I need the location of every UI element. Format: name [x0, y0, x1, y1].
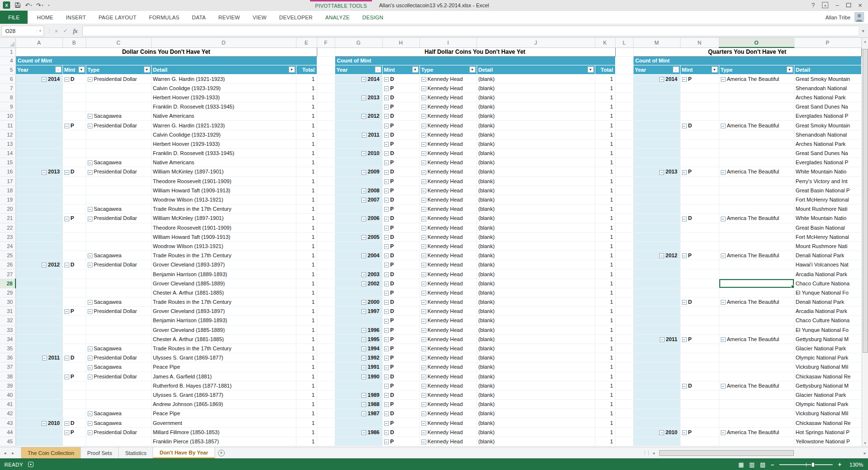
cell-O18[interactable]	[719, 186, 794, 195]
collapse-button[interactable]: −	[384, 244, 389, 249]
cell-I27[interactable]: −Kennedy Head	[419, 269, 477, 279]
cell-I45[interactable]: −Kennedy Head	[419, 437, 477, 446]
cell-J38[interactable]: (blank)	[477, 372, 595, 381]
cell-H9[interactable]: −P	[382, 102, 419, 111]
dollar-total-header[interactable]: Total	[296, 65, 317, 74]
cell-P17[interactable]: Perry's Victory and Int	[794, 176, 861, 186]
cell-O29[interactable]	[719, 288, 794, 297]
cell-P19[interactable]: Fort McHenry National	[794, 195, 861, 204]
cell-O38[interactable]	[719, 372, 794, 381]
cell-D33[interactable]: Grover Cleveland (1885-1889)	[151, 325, 296, 334]
collapse-button[interactable]: −	[88, 411, 93, 416]
cell-C19[interactable]	[86, 195, 151, 204]
half-total-header[interactable]: Total	[595, 65, 615, 74]
cell-D42[interactable]: Peace Pipe	[151, 409, 296, 418]
cell-B18[interactable]	[62, 186, 86, 195]
collapse-button[interactable]: −	[384, 421, 389, 426]
row-header-6[interactable]: 6	[0, 74, 16, 83]
cell-N30[interactable]: −D	[680, 298, 719, 307]
cell-P30[interactable]: Denali National Park	[794, 298, 861, 307]
cell-K33[interactable]: 1	[595, 325, 615, 334]
cell-J28[interactable]: (blank)	[477, 279, 595, 288]
collapse-button[interactable]: −	[88, 170, 93, 175]
cell-M26[interactable]	[633, 260, 680, 269]
close-icon[interactable]: ×	[858, 2, 862, 9]
cell-D32[interactable]: Benjamin Harrison (1889-1893)	[151, 316, 296, 325]
cell-D34[interactable]: Chester A. Arthur (1881-1885)	[151, 334, 296, 344]
cell-K8[interactable]: 1	[595, 93, 615, 102]
collapse-button[interactable]: −	[88, 365, 93, 370]
cell-E34[interactable]: 1	[296, 334, 317, 344]
cell-I25[interactable]: −Kennedy Head	[419, 251, 477, 260]
cell-L30[interactable]	[615, 298, 633, 307]
cell-E12[interactable]: 1	[296, 130, 317, 139]
cell-D41[interactable]: Andrew Johnson (1865-1869)	[151, 400, 296, 409]
cell-N35[interactable]	[680, 344, 719, 353]
cell-A22[interactable]	[16, 223, 62, 232]
cell-L37[interactable]	[615, 362, 633, 372]
cell-O20[interactable]	[719, 204, 794, 214]
cell-D14[interactable]: Franklin D. Roosevelt (1933-1945)	[151, 149, 296, 158]
collapse-button[interactable]: −	[421, 272, 426, 277]
collapse-button[interactable]: −	[384, 439, 389, 444]
cell-K26[interactable]: 1	[595, 260, 615, 269]
cell-A9[interactable]	[16, 102, 62, 111]
cell-B30[interactable]	[62, 298, 86, 307]
column-header-B[interactable]: B	[62, 38, 86, 47]
cell-L27[interactable]	[615, 269, 633, 279]
cell-N37[interactable]	[680, 362, 719, 372]
cell-B22[interactable]	[62, 223, 86, 232]
cell-D40[interactable]: Ulysses S. Grant (1869-1877)	[151, 390, 296, 399]
cell-L1[interactable]	[615, 47, 633, 56]
cell-F41[interactable]	[317, 400, 335, 409]
cell-P12[interactable]: Shenandoah National	[794, 130, 861, 139]
cell-I40[interactable]: −Kennedy Head	[419, 390, 477, 399]
cell-B41[interactable]	[62, 400, 86, 409]
cell-B20[interactable]	[62, 204, 86, 214]
cell-H40[interactable]: −D	[382, 390, 419, 399]
filter-icon[interactable]: ▼	[787, 66, 793, 73]
collapse-button[interactable]: −	[361, 402, 366, 407]
cell-M40[interactable]	[633, 390, 680, 399]
cell-G18[interactable]: −2008	[335, 186, 382, 195]
save-icon[interactable]	[15, 2, 21, 8]
cell-N7[interactable]	[680, 83, 719, 93]
collapse-button[interactable]: −	[384, 402, 389, 407]
cell-A10[interactable]	[16, 111, 62, 121]
cell-F27[interactable]	[317, 269, 335, 279]
collapse-button[interactable]: −	[384, 124, 389, 128]
cell-D21[interactable]: William McKinley (1897-1901)	[151, 214, 296, 223]
column-header-G[interactable]: G	[335, 38, 382, 47]
row-header-4[interactable]: 4	[0, 56, 16, 65]
cell-P8[interactable]: Arches National Park	[794, 93, 861, 102]
cell-P28[interactable]: Chaco Culture Nationa	[794, 279, 861, 288]
cell-G27[interactable]: −2003	[335, 269, 382, 279]
cell-J8[interactable]: (blank)	[477, 93, 595, 102]
cell-L24[interactable]	[615, 241, 633, 251]
cell-N38[interactable]	[680, 372, 719, 381]
cell-D26[interactable]: Grover Cleveland (1893-1897)	[151, 260, 296, 269]
collapse-button[interactable]: −	[421, 151, 426, 156]
tab-review[interactable]: REVIEW	[212, 11, 247, 24]
cell-G10[interactable]: −2012	[335, 111, 382, 121]
collapse-button[interactable]: −	[421, 328, 426, 333]
collapse-button[interactable]: −	[361, 309, 366, 314]
cell-P13[interactable]: Arches National Park	[794, 139, 861, 148]
cell-B38[interactable]: −P	[62, 372, 86, 381]
cell-G32[interactable]	[335, 316, 382, 325]
cell-M24[interactable]	[633, 241, 680, 251]
excel-logo-icon[interactable]: X	[3, 1, 10, 9]
column-header-N[interactable]: N	[680, 38, 719, 47]
cell-G43[interactable]	[335, 418, 382, 427]
cell-B12[interactable]	[62, 130, 86, 139]
cell-H24[interactable]: −P	[382, 241, 419, 251]
cell-F20[interactable]	[317, 204, 335, 214]
cell-E8[interactable]: 1	[296, 93, 317, 102]
cell-H7[interactable]: −P	[382, 83, 419, 93]
cell-E32[interactable]: 1	[296, 316, 317, 325]
dollar-detail-header[interactable]: Detail▼	[151, 65, 296, 74]
collapse-button[interactable]: −	[384, 282, 389, 286]
collapse-button[interactable]: −	[88, 375, 93, 379]
quarters-type-header[interactable]: Type▼	[719, 65, 794, 74]
cell-C6[interactable]: −Presidential Dollar	[86, 74, 151, 83]
